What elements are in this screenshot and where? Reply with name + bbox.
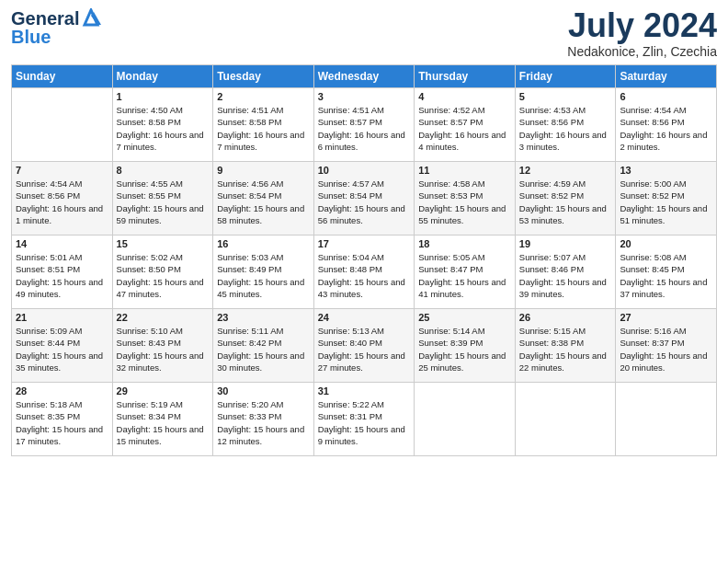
- cell-w3-d2: 16 Sunrise: 5:03 AM Sunset: 8:49 PM Dayl…: [213, 236, 314, 309]
- day-number: 13: [620, 165, 712, 176]
- weekday-header-row: Sunday Monday Tuesday Wednesday Thursday…: [12, 65, 717, 88]
- day-info: Sunrise: 5:08 AM Sunset: 8:45 PM Dayligh…: [620, 251, 712, 300]
- cell-w3-d1: 15 Sunrise: 5:02 AM Sunset: 8:50 PM Dayl…: [112, 236, 213, 309]
- day-number: 2: [217, 91, 310, 102]
- sunset: Sunset: 8:39 PM: [418, 338, 483, 348]
- sunrise: Sunrise: 4:53 AM: [519, 105, 586, 115]
- sunset: Sunset: 8:37 PM: [620, 338, 684, 348]
- sunset: Sunset: 8:35 PM: [16, 411, 80, 421]
- daylight: Daylight: 15 hours and 47 minutes.: [117, 277, 204, 299]
- day-info: Sunrise: 4:51 AM Sunset: 8:58 PM Dayligh…: [217, 104, 310, 153]
- page-container: General Blue July 2024 Nedakonice, Zlin,…: [0, 0, 728, 464]
- sunrise: Sunrise: 4:54 AM: [16, 178, 82, 189]
- header-saturday: Saturday: [616, 65, 717, 88]
- sunrise: Sunrise: 5:01 AM: [16, 252, 82, 262]
- daylight: Daylight: 15 hours and 22 minutes.: [519, 350, 607, 373]
- day-number: 1: [117, 91, 210, 102]
- sunset: Sunset: 8:43 PM: [117, 338, 181, 348]
- sunrise: Sunrise: 5:07 AM: [519, 252, 586, 262]
- sunrise: Sunrise: 4:56 AM: [217, 178, 283, 189]
- cell-w5-d0: 28 Sunrise: 5:18 AM Sunset: 8:35 PM Dayl…: [12, 383, 113, 456]
- day-info: Sunrise: 5:10 AM Sunset: 8:43 PM Dayligh…: [117, 325, 210, 373]
- cell-w4-d1: 22 Sunrise: 5:10 AM Sunset: 8:43 PM Dayl…: [112, 309, 213, 383]
- week-row-2: 7 Sunrise: 4:54 AM Sunset: 8:56 PM Dayli…: [12, 162, 717, 236]
- sunset: Sunset: 8:31 PM: [318, 411, 382, 421]
- cell-w5-d4: [415, 383, 516, 456]
- cell-w5-d2: 30 Sunrise: 5:20 AM Sunset: 8:33 PM Dayl…: [213, 383, 314, 456]
- cell-w4-d2: 23 Sunrise: 5:11 AM Sunset: 8:42 PM Dayl…: [213, 309, 314, 383]
- cell-w1-d0: [12, 88, 113, 162]
- day-info: Sunrise: 4:54 AM Sunset: 8:56 PM Dayligh…: [16, 178, 108, 226]
- day-number: 19: [519, 238, 612, 249]
- header-wednesday: Wednesday: [313, 65, 415, 88]
- daylight: Daylight: 16 hours and 2 minutes.: [620, 130, 707, 152]
- sunrise: Sunrise: 5:13 AM: [318, 326, 384, 336]
- cell-w2-d1: 8 Sunrise: 4:55 AM Sunset: 8:55 PM Dayli…: [112, 162, 213, 236]
- cell-w3-d6: 20 Sunrise: 5:08 AM Sunset: 8:45 PM Dayl…: [616, 236, 717, 309]
- sunset: Sunset: 8:54 PM: [318, 190, 382, 201]
- sunset: Sunset: 8:48 PM: [318, 264, 382, 274]
- sunset: Sunset: 8:47 PM: [418, 264, 483, 274]
- sunrise: Sunrise: 4:54 AM: [620, 105, 686, 115]
- cell-w1-d6: 6 Sunrise: 4:54 AM Sunset: 8:56 PM Dayli…: [616, 88, 717, 162]
- day-info: Sunrise: 4:55 AM Sunset: 8:55 PM Dayligh…: [117, 178, 210, 226]
- daylight: Daylight: 15 hours and 53 minutes.: [519, 203, 607, 225]
- cell-w1-d5: 5 Sunrise: 4:53 AM Sunset: 8:56 PM Dayli…: [515, 88, 616, 162]
- sunrise: Sunrise: 4:59 AM: [519, 178, 586, 189]
- sunset: Sunset: 8:40 PM: [318, 338, 382, 348]
- logo: General Blue: [11, 9, 101, 46]
- sunset: Sunset: 8:56 PM: [519, 117, 584, 127]
- sunrise: Sunrise: 4:51 AM: [318, 105, 384, 115]
- sunset: Sunset: 8:46 PM: [519, 264, 584, 274]
- cell-w2-d4: 11 Sunrise: 4:58 AM Sunset: 8:53 PM Dayl…: [415, 162, 516, 236]
- cell-w1-d2: 2 Sunrise: 4:51 AM Sunset: 8:58 PM Dayli…: [213, 88, 314, 162]
- cell-w4-d5: 26 Sunrise: 5:15 AM Sunset: 8:38 PM Dayl…: [515, 309, 616, 383]
- day-info: Sunrise: 5:02 AM Sunset: 8:50 PM Dayligh…: [117, 251, 210, 300]
- daylight: Daylight: 15 hours and 20 minutes.: [620, 350, 707, 373]
- daylight: Daylight: 15 hours and 55 minutes.: [418, 203, 506, 225]
- day-info: Sunrise: 5:04 AM Sunset: 8:48 PM Dayligh…: [318, 251, 411, 300]
- cell-w5-d3: 31 Sunrise: 5:22 AM Sunset: 8:31 PM Dayl…: [313, 383, 415, 456]
- daylight: Daylight: 15 hours and 58 minutes.: [217, 203, 304, 225]
- sunset: Sunset: 8:45 PM: [620, 264, 684, 274]
- day-number: 31: [318, 385, 411, 396]
- week-row-3: 14 Sunrise: 5:01 AM Sunset: 8:51 PM Dayl…: [12, 236, 717, 309]
- month-title: July 2024: [567, 9, 717, 42]
- day-number: 26: [519, 312, 612, 323]
- cell-w2-d2: 9 Sunrise: 4:56 AM Sunset: 8:54 PM Dayli…: [213, 162, 314, 236]
- day-number: 10: [318, 165, 411, 176]
- day-info: Sunrise: 5:19 AM Sunset: 8:34 PM Dayligh…: [117, 398, 210, 447]
- daylight: Daylight: 15 hours and 39 minutes.: [519, 277, 607, 299]
- day-info: Sunrise: 4:53 AM Sunset: 8:56 PM Dayligh…: [519, 104, 612, 153]
- cell-w5-d6: [616, 383, 717, 456]
- day-info: Sunrise: 4:52 AM Sunset: 8:57 PM Dayligh…: [418, 104, 511, 153]
- sunset: Sunset: 8:33 PM: [217, 411, 281, 421]
- sunset: Sunset: 8:58 PM: [117, 117, 181, 127]
- day-number: 18: [418, 238, 511, 249]
- sunrise: Sunrise: 5:18 AM: [16, 399, 82, 409]
- sunset: Sunset: 8:52 PM: [620, 190, 684, 201]
- sunrise: Sunrise: 5:14 AM: [418, 326, 484, 336]
- day-info: Sunrise: 5:14 AM Sunset: 8:39 PM Dayligh…: [418, 325, 511, 373]
- daylight: Daylight: 15 hours and 27 minutes.: [318, 350, 405, 373]
- cell-w1-d4: 4 Sunrise: 4:52 AM Sunset: 8:57 PM Dayli…: [415, 88, 516, 162]
- calendar-table: Sunday Monday Tuesday Wednesday Thursday…: [11, 64, 717, 456]
- day-info: Sunrise: 5:03 AM Sunset: 8:49 PM Dayligh…: [217, 251, 310, 300]
- daylight: Daylight: 15 hours and 59 minutes.: [117, 203, 204, 225]
- day-number: 15: [117, 238, 210, 249]
- daylight: Daylight: 15 hours and 15 minutes.: [117, 424, 204, 446]
- day-number: 3: [318, 91, 411, 102]
- daylight: Daylight: 15 hours and 41 minutes.: [418, 277, 506, 299]
- header-monday: Monday: [112, 65, 213, 88]
- day-number: 12: [519, 165, 612, 176]
- cell-w5-d5: [515, 383, 616, 456]
- sunrise: Sunrise: 5:16 AM: [620, 326, 686, 336]
- title-block: July 2024 Nedakonice, Zlin, Czechia: [567, 9, 717, 59]
- day-number: 14: [16, 238, 108, 249]
- day-number: 23: [217, 312, 310, 323]
- day-number: 4: [418, 91, 511, 102]
- day-number: 17: [318, 238, 411, 249]
- day-number: 28: [16, 385, 108, 396]
- daylight: Daylight: 16 hours and 3 minutes.: [519, 130, 607, 152]
- cell-w3-d3: 17 Sunrise: 5:04 AM Sunset: 8:48 PM Dayl…: [313, 236, 415, 309]
